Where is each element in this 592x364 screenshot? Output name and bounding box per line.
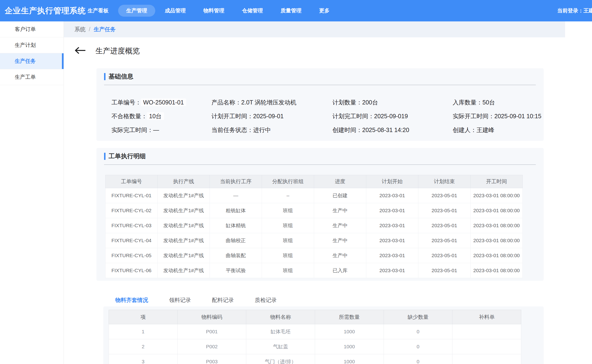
- info-field: 计划数量：200台: [333, 98, 453, 106]
- table-cell: 生产中: [314, 233, 366, 248]
- info-value: 2025-08-31 14:20: [362, 127, 409, 133]
- nav-item[interactable]: 更多: [311, 5, 338, 17]
- section-accent-bar: [104, 153, 106, 160]
- table-cell: 发动机生产1#产线: [158, 233, 210, 248]
- column-header: 计划结束: [419, 175, 471, 188]
- info-label: 当前任务状态：: [212, 127, 253, 133]
- column-header: 缺少数量: [384, 310, 452, 324]
- material-table-body: 1P001缸体毛坯100002P002气缸盖100003P003气门（进/排）1…: [109, 324, 521, 364]
- info-label: 不合格数量：: [112, 113, 147, 119]
- info-field: 创建人：王建峰: [453, 126, 544, 134]
- table-cell: 曲轴校正: [210, 233, 262, 248]
- info-label: 实际完工时间：: [112, 127, 153, 133]
- table-cell: 班组: [262, 218, 314, 233]
- info-field: 入库数量：50台: [453, 98, 544, 106]
- info-value: 2025-09-01 10:15: [494, 113, 541, 119]
- nav-item[interactable]: 生产看板: [80, 5, 117, 17]
- info-value: 2025-09-019: [374, 113, 408, 119]
- table-cell: P001: [177, 324, 246, 339]
- sidebar-item[interactable]: 客户订单: [0, 21, 64, 37]
- top-navbar: 企业生产执行管理系统 生产看板生产管理成品管理物料管理仓储管理质量管理更多 当前…: [0, 0, 592, 21]
- nav-item[interactable]: 质量管理: [273, 5, 310, 17]
- info-label: 计划数量：: [333, 99, 362, 106]
- nav-menu: 生产看板生产管理成品管理物料管理仓储管理质量管理更多: [80, 0, 338, 21]
- table-cell: 2023-03-01: [366, 263, 419, 278]
- table-cell: 2023-03-01: [366, 248, 419, 263]
- table-cell: 班组: [262, 233, 314, 248]
- breadcrumb-root: 系统: [74, 26, 86, 33]
- info-value: 200台: [362, 99, 378, 106]
- column-header: 所需数量: [315, 310, 384, 324]
- table-cell: 生产中: [314, 203, 366, 218]
- table-cell: 已入库: [314, 263, 366, 278]
- table-cell: 班组: [262, 203, 314, 218]
- table-cell: 发动机生产1#产线: [158, 218, 210, 233]
- table-cell: FIXTURE-CYL-02: [106, 203, 158, 218]
- table-cell: 2023-05-01: [419, 188, 471, 203]
- table-row: FIXTURE-CYL-06发动机生产1#产线平衡试验班组已入库2023-03-…: [106, 263, 523, 278]
- info-value: 10台: [147, 112, 164, 120]
- section-title: 工单执行明细: [109, 152, 146, 160]
- column-header: 开工时间: [471, 175, 523, 188]
- table-cell: 1000: [315, 324, 384, 339]
- table-cell: 气门（进/排）: [246, 354, 315, 364]
- column-header: 执行产线: [158, 175, 210, 188]
- table-cell: 发动机生产1#产线: [158, 188, 210, 203]
- table-cell: 1000: [315, 354, 384, 364]
- work-order-header: 工单执行明细: [104, 152, 544, 160]
- table-cell: 2023-03-01 08:00:00: [471, 203, 523, 218]
- column-header: 当前执行工序: [210, 175, 262, 188]
- column-header: 计划开始: [366, 175, 419, 188]
- info-label: 计划开工时间：: [212, 113, 253, 119]
- nav-item[interactable]: 成品管理: [157, 5, 194, 17]
- breadcrumb: 系统 / 生产任务: [64, 21, 565, 37]
- work-order-card: 工单执行明细 工单编号执行产线当前执行工序分配执行班组进度计划开始计划结束开工时…: [96, 148, 544, 281]
- table-cell: 1000: [315, 339, 384, 354]
- breadcrumb-separator: /: [89, 26, 90, 32]
- table-cell: 2023-05-01: [419, 233, 471, 248]
- table-row: 1P001缸体毛坯10000: [109, 324, 521, 339]
- work-order-table-head: 工单编号执行产线当前执行工序分配执行班组进度计划开始计划结束开工时间: [106, 175, 523, 188]
- table-cell: 2023-05-01: [419, 203, 471, 218]
- table-row: FIXTURE-CYL-04发动机生产1#产线曲轴校正班组生产中2023-03-…: [106, 233, 523, 248]
- table-cell: 2023-03-01: [366, 218, 419, 233]
- table-row: 3P003气门（进/排）10000: [109, 354, 521, 364]
- table-cell: 发动机生产1#产线: [158, 248, 210, 263]
- info-field: 不合格数量：10台: [112, 112, 212, 120]
- section-accent-bar: [104, 73, 106, 80]
- table-cell: FIXTURE-CYL-05: [106, 248, 158, 263]
- table-cell: 2023-03-01 08:00:00: [471, 188, 523, 203]
- table-cell: FIXTURE-CYL-04: [106, 233, 158, 248]
- table-cell: 2023-03-01 08:00:00: [471, 263, 523, 278]
- sidebar-item[interactable]: 生产计划: [0, 37, 64, 53]
- breadcrumb-current[interactable]: 生产任务: [93, 26, 115, 33]
- back-arrow-icon[interactable]: [74, 47, 86, 54]
- material-card: 项物料编码物料名称所需数量缺少数量补料单 1P001缸体毛坯100002P002…: [103, 306, 544, 364]
- table-cell: 发动机生产1#产线: [158, 203, 210, 218]
- column-header: 物料名称: [246, 310, 315, 324]
- table-cell: 2023-05-01: [419, 248, 471, 263]
- table-cell: 2023-03-01 08:00:00: [471, 233, 523, 248]
- sidebar: 客户订单生产计划生产任务生产工单: [0, 21, 64, 364]
- sidebar-item[interactable]: 生产任务: [0, 53, 64, 69]
- table-cell: 0: [384, 354, 452, 364]
- nav-item[interactable]: 仓储管理: [234, 5, 271, 17]
- table-row: FIXTURE-CYL-03发动机生产1#产线缸体精铣班组生产中2023-03-…: [106, 218, 523, 233]
- nav-item[interactable]: 生产管理: [118, 5, 155, 17]
- info-label: 入库数量：: [453, 99, 482, 106]
- table-cell: 缸体精铣: [210, 218, 262, 233]
- info-value: 进行中: [253, 127, 271, 133]
- nav-item[interactable]: 物料管理: [195, 5, 233, 17]
- table-cell: 已创建: [314, 188, 366, 203]
- table-cell: –: [262, 188, 314, 203]
- basic-info-header: 基础信息: [104, 72, 544, 81]
- table-cell: [452, 324, 521, 339]
- table-cell: 3: [109, 354, 178, 364]
- table-cell: 2023-03-01 08:00:00: [471, 248, 523, 263]
- sidebar-item[interactable]: 生产工单: [0, 69, 64, 85]
- table-cell: P002: [177, 339, 246, 354]
- column-header: 分配执行班组: [262, 175, 314, 188]
- info-field: 实际开工时间：2025-09-01 10:15: [453, 112, 544, 120]
- info-label: 工单编号：: [112, 99, 141, 106]
- section-title: 基础信息: [109, 72, 133, 81]
